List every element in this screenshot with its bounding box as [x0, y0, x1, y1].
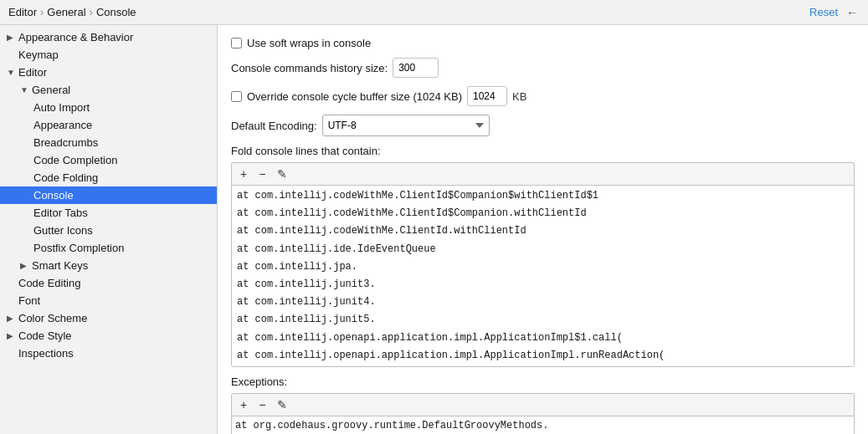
fold-line-8: at com.intellij.junit5. — [235, 311, 850, 329]
sidebar-item-label: Auto Import — [33, 101, 210, 114]
exc-add-button[interactable]: + — [235, 396, 252, 413]
fold-line-9: at com.intellij.openapi.application.impl… — [235, 329, 850, 347]
soft-wrap-row: Use soft wraps in console — [231, 37, 855, 49]
breadcrumb-console: Console — [96, 6, 136, 18]
sidebar-item-general[interactable]: ▼ General — [0, 81, 217, 99]
fold-remove-button[interactable]: − — [254, 166, 270, 182]
fold-line-10: at com.intellij.openapi.application.impl… — [235, 347, 850, 365]
sidebar-item-editor[interactable]: ▼ Editor — [0, 64, 217, 81]
exc-remove-button[interactable]: − — [254, 396, 270, 413]
sidebar-item-color-scheme[interactable]: ▶ Color Scheme — [0, 309, 217, 327]
fold-line-5: at com.intellij.jpa. — [235, 258, 850, 276]
exceptions-list: at org.codehaus.groovy.runtime.DefaultGr… — [231, 416, 855, 434]
sidebar-item-code-folding[interactable]: Code Folding — [0, 169, 217, 186]
fold-line-2: at com.intellij.codeWithMe.ClientId$Comp… — [235, 205, 850, 222]
top-bar: Editor › General › Console Reset ← — [0, 0, 868, 25]
sidebar-item-appearance[interactable]: Appearance — [0, 116, 217, 134]
sidebar-item-label: Smart Keys — [32, 259, 210, 272]
soft-wrap-checkbox[interactable] — [231, 38, 242, 49]
sidebar-item-label: Console — [33, 189, 210, 202]
sidebar-item-label: Code Editing — [18, 277, 210, 289]
back-button[interactable]: ← — [845, 6, 860, 19]
encoding-label: Default Encoding: — [231, 120, 317, 132]
override-checkbox[interactable] — [231, 91, 242, 102]
sidebar-item-label: Code Folding — [33, 171, 210, 184]
chevron-icon: ▶ — [7, 331, 18, 340]
fold-label: Fold console lines that contain: — [231, 145, 855, 157]
fold-toolbar: + − ✎ — [231, 162, 855, 185]
sidebar-item-font[interactable]: Font — [0, 292, 217, 309]
sidebar-item-code-editing[interactable]: Code Editing — [0, 274, 217, 292]
sidebar-item-label: Code Completion — [33, 154, 210, 166]
encoding-select[interactable]: UTF-8 UTF-16 ISO-8859-1 US-ASCII — [322, 115, 490, 136]
sidebar-item-label: Appearance & Behavior — [18, 31, 210, 43]
fold-list: at com.intellij.codeWithMe.ClientId$Comp… — [231, 185, 855, 367]
history-label: Console commands history size: — [231, 62, 388, 74]
chevron-icon: ▶ — [7, 33, 18, 42]
reset-button[interactable]: Reset — [809, 6, 838, 18]
sidebar-item-label: Inspections — [18, 347, 210, 360]
chevron-icon: ▼ — [7, 68, 18, 77]
chevron-icon: ▼ — [20, 85, 32, 94]
sidebar-item-label: Postfix Completion — [33, 242, 210, 254]
main-layout: ▶ Appearance & Behavior Keymap ▼ Editor … — [0, 25, 868, 434]
sidebar-item-code-completion[interactable]: Code Completion — [0, 151, 217, 169]
sidebar-item-inspections[interactable]: Inspections — [0, 345, 217, 362]
fold-add-button[interactable]: + — [235, 166, 252, 182]
history-row: Console commands history size: — [231, 58, 855, 78]
sidebar-item-auto-import[interactable]: Auto Import — [0, 99, 217, 116]
sidebar-item-appearance-behavior[interactable]: ▶ Appearance & Behavior — [0, 28, 217, 46]
sidebar-item-label: General — [32, 84, 210, 96]
fold-line-6: at com.intellij.junit3. — [235, 276, 850, 294]
sidebar-item-label: Keymap — [18, 49, 210, 61]
sidebar-item-label: Color Scheme — [18, 312, 210, 324]
exceptions-label: Exceptions: — [231, 375, 855, 388]
encoding-row: Default Encoding: UTF-8 UTF-16 ISO-8859-… — [231, 115, 855, 136]
override-row: Override console cycle buffer size (1024… — [231, 86, 855, 106]
sidebar-item-label: Editor Tabs — [33, 207, 210, 219]
fold-edit-button[interactable]: ✎ — [272, 166, 292, 182]
sidebar-item-label: Editor — [18, 66, 210, 79]
sidebar-item-breadcrumbs[interactable]: Breadcrumbs — [0, 134, 217, 151]
exc-toolbar: + − ✎ — [231, 393, 855, 416]
override-input[interactable] — [467, 86, 507, 106]
fold-line-1: at com.intellij.codeWithMe.ClientId$Comp… — [235, 187, 850, 205]
fold-line-7: at com.intellij.junit4. — [235, 294, 850, 311]
content-area: Use soft wraps in console Console comman… — [218, 25, 868, 434]
sidebar-item-label: Font — [18, 294, 210, 307]
sidebar-item-keymap[interactable]: Keymap — [0, 46, 217, 64]
chevron-icon: ▶ — [7, 314, 18, 323]
sidebar-item-code-style[interactable]: ▶ Code Style — [0, 327, 217, 345]
sidebar-item-postfix-completion[interactable]: Postfix Completion — [0, 239, 217, 257]
exc-line-1: at org.codehaus.groovy.runtime.DefaultGr… — [235, 418, 850, 434]
chevron-icon: ▶ — [20, 261, 32, 270]
kb-label: KB — [512, 90, 526, 103]
top-actions: Reset ← — [809, 6, 860, 19]
history-input[interactable] — [393, 58, 439, 78]
override-label: Override console cycle buffer size (1024… — [247, 90, 462, 103]
fold-line-3: at com.intellij.codeWithMe.ClientId.with… — [235, 222, 850, 240]
soft-wrap-label: Use soft wraps in console — [247, 37, 371, 49]
exc-edit-button[interactable]: ✎ — [272, 396, 292, 413]
sidebar-item-label: Code Style — [18, 329, 210, 342]
sidebar: ▶ Appearance & Behavior Keymap ▼ Editor … — [0, 25, 218, 434]
breadcrumb-general: General — [47, 6, 85, 18]
breadcrumb: Editor › General › Console — [8, 6, 136, 18]
sidebar-item-label: Breadcrumbs — [33, 136, 210, 149]
sidebar-item-editor-tabs[interactable]: Editor Tabs — [0, 204, 217, 222]
sidebar-item-smart-keys[interactable]: ▶ Smart Keys — [0, 257, 217, 274]
fold-line-4: at com.intellij.ide.IdeEventQueue — [235, 241, 850, 258]
sidebar-item-console[interactable]: Console — [0, 186, 217, 204]
sidebar-item-label: Appearance — [33, 119, 210, 131]
sidebar-item-label: Gutter Icons — [33, 224, 210, 237]
breadcrumb-editor: Editor — [8, 6, 37, 18]
sidebar-item-gutter-icons[interactable]: Gutter Icons — [0, 222, 217, 239]
